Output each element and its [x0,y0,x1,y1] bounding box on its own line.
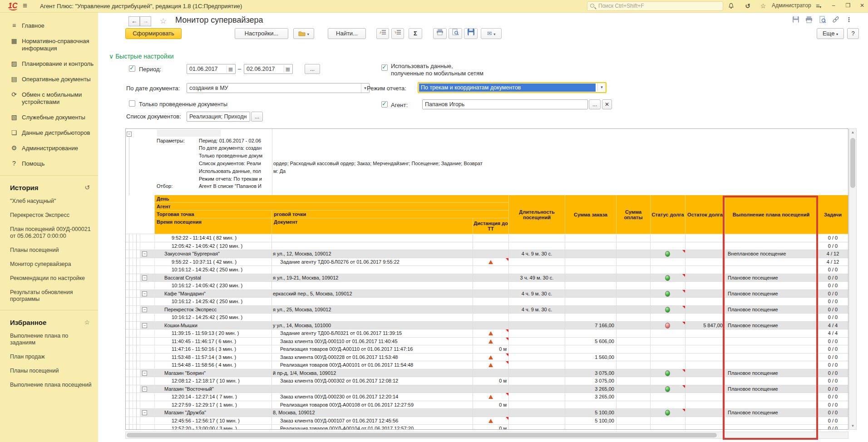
agent-clear-button[interactable]: ✕ [602,99,612,109]
toolbar-print-icon[interactable] [433,28,447,39]
toolbar-save-icon[interactable] [464,28,478,39]
find-button[interactable]: Найти... [328,28,366,39]
group-collapse-toggle[interactable]: − [142,323,147,328]
send-mail-icon[interactable]: ✉ ▾ [481,28,502,39]
table-row-detail[interactable]: 11:39:15 - 11:59:13 ( 20 мин. )Задание а… [126,329,848,338]
calendar-icon[interactable]: ▦ [284,65,291,73]
sidebar-item-administration[interactable]: ⚙Администрирование [0,141,98,156]
totals-sigma-icon[interactable]: Σ [409,28,422,39]
window-minimize-icon[interactable]: – [829,2,838,9]
agent-checkbox[interactable] [381,101,388,108]
group-collapse-toggle[interactable]: − [142,307,147,312]
favorite-link[interactable]: Планы посещений [0,364,98,378]
table-row-detail[interactable]: 12:45:56 - 12:56:17 ( 10 мин. )Заказ кли… [126,417,848,425]
table-row-detail[interactable]: 9:52:22 - 11:14:41 ( 82 мин. )0 / 0 [126,234,848,242]
period-to-input[interactable]: 02.06.2017▦ [244,64,293,74]
favorite-link[interactable]: Выполнение плана по заданиям [0,329,98,350]
sidebar-item-mobile-exchange[interactable]: ⟳Обмен с мобильными устройствами [0,87,98,110]
generate-button[interactable]: Сформировать [125,28,182,39]
table-row-detail[interactable]: 12:05:42 - 14:05:42 ( 120 мин. )0 / 0 [126,242,848,250]
table-row-detail[interactable]: 11:47:16 - 11:50:16 ( 3 мин. )Реализация… [126,345,848,354]
collapse-groups-icon[interactable] [376,28,389,39]
table-row-group[interactable]: −Магазин "Боярин"й пр-д, 1/4, Москва, 10… [126,369,848,378]
history-link[interactable]: План посещений 00УД-000021 от 05.06.2017… [0,222,98,243]
notifications-bell-icon[interactable] [726,2,735,11]
horizontal-scroll-thumb[interactable] [127,433,717,437]
table-row-detail[interactable]: 12:57:20 - 13:00:00 ( 3 мин. )Реализация… [126,425,848,430]
quick-settings-toggle[interactable]: ∨ Быстрые настройки [109,53,174,60]
scroll-up-icon[interactable]: ▲ [849,130,856,134]
favorite-link[interactable]: Выполнение плана посещений [0,378,98,392]
page-favorite-star-icon[interactable]: ☆ [160,16,167,26]
agent-input[interactable]: Папанов Игорь [422,99,588,109]
sidebar-item-reference-info[interactable]: ▦Нормативно-справочная информация [0,34,98,56]
sidebar-item-operational-docs[interactable]: ▤Оперативные документы [0,72,98,87]
print-preview-icon[interactable] [817,16,828,25]
table-row-detail[interactable]: 10:16:12 - 14:25:42 ( 250 мин. )0 / 0 [126,314,848,322]
sidebar-item-help[interactable]: ?Помощь [0,156,98,172]
table-row-detail[interactable]: 12:20:14 - 12:27:14 ( 7 мин. )Заказ клие… [126,393,848,401]
toolbar-preview-icon[interactable] [449,28,462,39]
favorite-link[interactable]: План продаж [0,350,98,364]
table-row-group[interactable]: −Магазин "Дружба"8, Москва, 1090125 100,… [126,409,848,417]
table-row-detail[interactable]: 10:16:12 - 14:05:42 ( 230 мин. )0 / 0 [126,282,848,290]
report-mode-combo[interactable]: По трекам и координатам документов ▾ [418,82,607,93]
group-collapse-toggle[interactable]: − [142,387,147,392]
period-more-button[interactable]: ... [305,64,320,74]
scroll-down-icon[interactable]: ▼ [849,424,856,428]
group-collapse-toggle[interactable]: − [142,275,147,280]
history-link[interactable]: Результаты обновления программы [0,285,98,306]
nav-forward-button[interactable]: → [140,16,151,26]
group-collapse-toggle[interactable]: − [142,251,147,256]
table-row-detail[interactable]: 11:40:45 - 11:46:17 ( 6 мин. )Заказ клие… [126,338,848,346]
table-row-detail[interactable]: 10:16:12 - 14:25:42 ( 250 мин. )0 / 0 [126,266,848,274]
sidebar-item-distributors-data[interactable]: ❏Данные дистрибьюторов [0,125,98,141]
horizontal-scrollbar[interactable] [125,432,848,439]
get-link-icon[interactable] [830,16,841,25]
table-row-group[interactable]: −Перекресток Экспресся ул., 25, Москва, … [126,306,848,314]
period-from-input[interactable]: 01.06.2017▦ [187,64,236,74]
history-link[interactable]: Перекресток Экспресс [0,208,98,222]
save-settings-icon[interactable] [790,16,801,25]
by-date-combo[interactable]: создания в МУ▾ [187,83,370,93]
window-maximize-icon[interactable]: ❐ [843,2,853,9]
group-collapse-toggle[interactable]: − [142,291,147,296]
period-checkbox[interactable] [129,65,135,72]
table-row-detail[interactable]: 10:16:12 - 14:25:42 ( 250 мин. )0 / 0 [126,298,848,306]
only-posted-checkbox[interactable] [129,100,135,107]
table-row-detail[interactable]: 11:53:48 - 11:57:14 ( 3 мин. )Заказ клие… [126,354,848,362]
report-variant-button[interactable]: ▾ [293,28,314,39]
table-row-detail[interactable]: 12:08:12 - 12:18:17 ( 10 мин. )Заказ кли… [126,377,848,385]
global-search-input[interactable]: Поиск Ctrl+Shift+F [587,1,723,11]
vertical-scroll-thumb[interactable] [850,138,855,188]
table-row-group[interactable]: −Закусочная "Бургерная"я ул., 12, Москва… [126,250,848,258]
table-row-detail[interactable]: 11:54:48 - 11:58:56 ( 4 мин. )Реализация… [126,361,848,369]
help-button[interactable]: ? [847,28,859,39]
settings-button[interactable]: Настройки... [235,28,288,39]
more-kebab-icon[interactable]: ⋮ [843,16,854,25]
main-menu-icon[interactable]: ≡ [23,1,27,10]
table-row-detail[interactable]: 12:27:59 - 12:29:17 ( 1 мин. )Реализация… [126,401,848,409]
table-row-group[interactable]: −Кафе "Мандарин"еркасский пер., 5, Москв… [126,290,848,298]
report-collapse-all-toggle[interactable]: − [127,132,132,137]
history-link[interactable]: "Хлеб насущный" [0,194,98,208]
table-row-group[interactable]: −Магазин "Восточный"3 265,00Плановое пос… [126,385,848,393]
vertical-scrollbar[interactable]: ▲ ▼ [849,128,857,430]
more-button[interactable]: Еще ▾ [817,28,844,39]
group-collapse-toggle[interactable]: − [142,371,147,376]
sidebar-item-service-docs[interactable]: ▧Служебные документы [0,110,98,125]
agent-select-button[interactable]: ... [589,99,601,109]
group-collapse-toggle[interactable]: − [142,410,147,415]
history-link[interactable]: Монитор супервайзера [0,257,98,271]
print-icon[interactable] [804,16,814,25]
window-close-icon[interactable]: ✕ [858,2,867,9]
history-icon[interactable]: ↺ [743,2,752,10]
sidebar-item-main[interactable]: ≡Главное [0,18,98,34]
doc-list-input[interactable]: Реализация; Приходн [187,112,250,122]
table-row-detail[interactable]: 9:55:22 - 10:37:11 ( 42 мин. )Задание аг… [126,258,848,266]
favorites-star-icon[interactable]: ☆ [759,2,768,10]
table-row-group[interactable]: −Baccarat Crystalя ул., 19-21, Москва, 1… [126,274,848,282]
calendar-icon[interactable]: ▦ [227,65,234,73]
report-spreadsheet[interactable]: − Параметры:Период: 01.06.2017 - 02.06По… [125,128,848,430]
user-menu-icon[interactable]: ≡▾ [814,2,823,10]
